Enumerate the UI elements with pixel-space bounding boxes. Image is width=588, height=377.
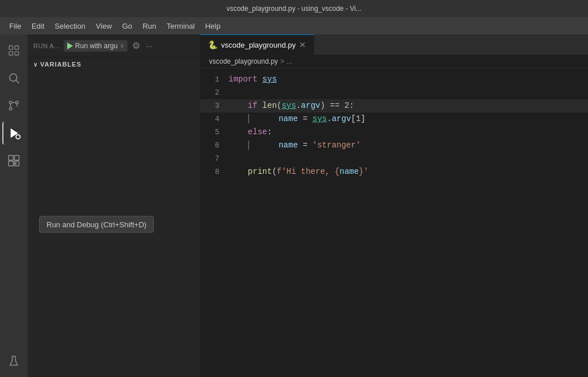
svg-line-5 <box>16 80 19 83</box>
code-line-8: 8 print(f'Hi there, {name}' <box>200 165 588 178</box>
svg-rect-13 <box>14 156 19 160</box>
line-content-8: print(f'Hi there, {name}' <box>229 165 588 178</box>
main-layout: RUN A... Run with argu ∨ ⚙ ··· ∨ VARIABL… <box>0 34 588 377</box>
svg-rect-1 <box>15 46 18 49</box>
breadcrumb: vscode_playground.py > ... <box>200 55 588 68</box>
gear-icon[interactable]: ⚙ <box>131 39 141 52</box>
run-label: RUN A... <box>33 42 60 49</box>
chevron-icon: ∨ <box>33 61 38 68</box>
svg-rect-12 <box>9 156 13 160</box>
line-content-7 <box>229 152 588 165</box>
menu-view[interactable]: View <box>91 20 117 33</box>
tooltip-text: Run and Debug (Ctrl+Shift+D) <box>47 220 146 228</box>
variables-label: VARIABLES <box>40 61 82 68</box>
svg-point-4 <box>10 74 17 81</box>
search-icon[interactable] <box>2 67 25 90</box>
svg-rect-3 <box>15 52 18 55</box>
line-num-5: 5 <box>200 126 229 139</box>
svg-point-7 <box>9 101 12 104</box>
svg-rect-14 <box>9 161 13 166</box>
menu-terminal[interactable]: Terminal <box>162 20 199 33</box>
line-num-7: 7 <box>200 153 229 165</box>
svg-rect-2 <box>9 52 13 55</box>
menu-go[interactable]: Go <box>118 20 137 33</box>
menu-run[interactable]: Run <box>138 20 161 33</box>
breadcrumb-file: vscode_playground.py <box>209 57 278 65</box>
explorer-icon[interactable] <box>2 39 25 62</box>
svg-marker-9 <box>11 129 18 138</box>
flask-icon[interactable] <box>2 349 25 372</box>
play-icon <box>67 42 73 49</box>
title-bar: vscode_playground.py - using_vscode - Vi… <box>0 0 588 17</box>
line-content-1: import sys <box>229 73 588 85</box>
tooltip: Run and Debug (Ctrl+Shift+D) <box>39 216 154 232</box>
line-content-2 <box>229 86 588 99</box>
svg-point-6 <box>9 107 12 110</box>
sidebar: RUN A... Run with argu ∨ ⚙ ··· ∨ VARIABL… <box>28 34 200 377</box>
line-num-8: 8 <box>200 166 229 178</box>
debug-toolbar: RUN A... Run with argu ∨ ⚙ ··· <box>28 34 200 57</box>
editor-tab[interactable]: 🐍 vscode_playground.py ✕ <box>200 34 314 55</box>
more-options-icon[interactable]: ··· <box>145 40 154 52</box>
sidebar-empty: Run and Debug (Ctrl+Shift+D) <box>28 71 200 377</box>
activity-bar <box>0 34 28 377</box>
line-num-4: 4 <box>200 113 229 126</box>
variables-header[interactable]: ∨ VARIABLES <box>28 57 200 71</box>
editor-area: 🐍 vscode_playground.py ✕ vscode_playgrou… <box>200 34 588 377</box>
code-area[interactable]: 1 import sys 2 3 if len(sys.argv) == 2: … <box>200 68 588 377</box>
python-file-icon: 🐍 <box>208 40 218 49</box>
line-content-6: name = 'stranger' <box>229 139 588 151</box>
code-line-1: 1 import sys <box>200 73 588 86</box>
menu-file[interactable]: File <box>5 20 26 33</box>
line-num-6: 6 <box>200 139 229 152</box>
menu-edit[interactable]: Edit <box>27 20 49 33</box>
svg-rect-0 <box>9 46 13 49</box>
code-line-4: 4 name = sys.argv[1] <box>200 112 588 126</box>
extensions-icon[interactable] <box>2 149 25 172</box>
line-content-5: else: <box>229 126 588 138</box>
code-line-3: 3 if len(sys.argv) == 2: <box>200 99 588 112</box>
breadcrumb-more: ... <box>287 57 292 65</box>
menu-selection[interactable]: Selection <box>50 20 90 33</box>
run-dropdown[interactable]: Run with argu ∨ <box>64 40 127 52</box>
tab-filename: vscode_playground.py <box>221 41 296 49</box>
code-line-6: 6 name = 'stranger' <box>200 139 588 152</box>
code-line-7: 7 <box>200 152 588 165</box>
source-control-icon[interactable] <box>2 94 25 117</box>
run-dropdown-text: Run with argu <box>75 42 118 50</box>
run-debug-icon[interactable] <box>2 122 25 145</box>
title-text: vscode_playground.py - using_vscode - Vi… <box>226 5 361 13</box>
line-content-4: name = sys.argv[1] <box>229 112 588 125</box>
code-line-2: 2 <box>200 86 588 99</box>
breadcrumb-sep: > <box>280 57 284 65</box>
svg-point-10 <box>16 135 20 139</box>
line-num-1: 1 <box>200 73 229 86</box>
line-num-3: 3 <box>200 100 229 112</box>
menu-bar: File Edit Selection View Go Run Terminal… <box>0 17 588 34</box>
line-content-3: if len(sys.argv) == 2: <box>229 99 588 112</box>
tab-close-icon[interactable]: ✕ <box>299 40 306 49</box>
menu-help[interactable]: Help <box>200 20 225 33</box>
tab-bar: 🐍 vscode_playground.py ✕ <box>200 34 588 55</box>
code-line-5: 5 else: <box>200 126 588 139</box>
chevron-down-icon: ∨ <box>120 42 124 49</box>
line-num-2: 2 <box>200 87 229 99</box>
